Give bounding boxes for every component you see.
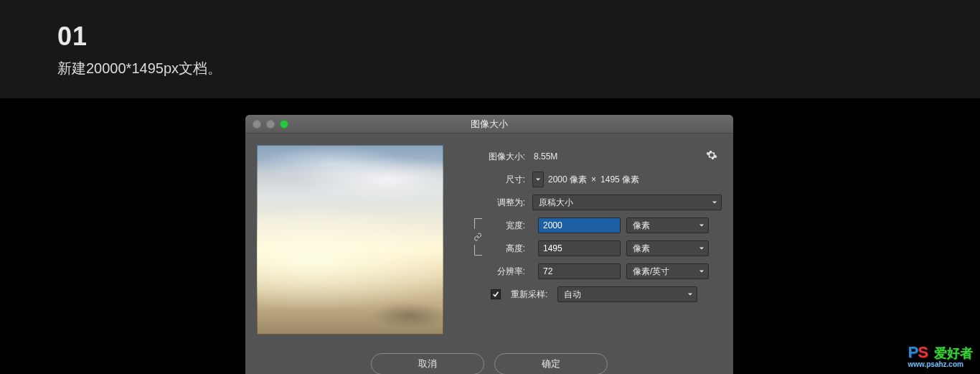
chevron-down-icon xyxy=(687,291,693,297)
chevron-down-icon xyxy=(699,223,705,228)
height-unit-select[interactable]: 像素 xyxy=(626,240,709,256)
window-controls xyxy=(245,120,288,128)
resample-label: 重新采样: xyxy=(511,289,547,301)
image-size-label: 图像大小: xyxy=(471,151,532,163)
fit-to-label: 调整为: xyxy=(471,197,532,209)
minimize-icon[interactable] xyxy=(266,120,275,128)
width-unit-select[interactable]: 像素 xyxy=(626,218,709,233)
link-bracket xyxy=(473,218,483,256)
fit-to-value: 原稿大小 xyxy=(539,197,573,209)
height-label: 高度: xyxy=(492,243,532,255)
watermark: PS 爱好者 www.psahz.com xyxy=(908,343,974,368)
ok-button[interactable]: 确定 xyxy=(494,353,608,374)
image-size-value: 8.55M xyxy=(534,151,557,162)
step-description: 新建20000*1495px文档。 xyxy=(57,59,980,78)
fit-to-select[interactable]: 原稿大小 xyxy=(532,195,722,210)
dimensions-label: 尺寸: xyxy=(471,174,532,186)
chevron-down-icon xyxy=(699,246,705,251)
dialog-titlebar[interactable]: 图像大小 xyxy=(245,115,733,134)
width-input[interactable]: 2000 xyxy=(538,218,621,233)
zoom-icon[interactable] xyxy=(280,120,288,128)
width-unit-value: 像素 xyxy=(633,220,650,232)
dialog-body: 图像大小: 8.55M 尺寸: 2000 像素 × 1495 像素 调整为: 原… xyxy=(245,134,733,346)
resample-checkbox[interactable] xyxy=(491,289,501,299)
dialog-footer: 取消 确定 xyxy=(245,346,733,374)
controls-panel: 图像大小: 8.55M 尺寸: 2000 像素 × 1495 像素 调整为: 原… xyxy=(471,145,722,335)
image-size-dialog: 图像大小 图像大小: 8.55M 尺寸: 2000 像素 × 1495 像素 xyxy=(245,115,733,374)
chevron-down-icon xyxy=(699,268,705,274)
cancel-button[interactable]: 取消 xyxy=(371,353,484,374)
resolution-input[interactable]: 72 xyxy=(538,263,621,279)
resolution-label: 分辨率: xyxy=(471,266,532,278)
watermark-s: S xyxy=(918,343,928,361)
resample-select[interactable]: 自动 xyxy=(557,286,697,302)
image-preview[interactable] xyxy=(257,145,443,335)
gear-icon[interactable] xyxy=(703,146,720,164)
dimensions-unit-dropdown[interactable] xyxy=(532,172,544,187)
step-number: 01 xyxy=(57,22,980,52)
height-input[interactable]: 1495 xyxy=(538,240,621,256)
tutorial-header: 01 新建20000*1495px文档。 xyxy=(0,0,980,98)
watermark-url: www.psahz.com xyxy=(908,360,974,368)
watermark-cn: 爱好者 xyxy=(934,346,973,360)
height-unit-value: 像素 xyxy=(633,243,650,255)
dimensions-height: 1495 像素 xyxy=(600,174,639,186)
dialog-title: 图像大小 xyxy=(245,118,733,131)
close-icon[interactable] xyxy=(253,120,261,128)
resolution-unit-value: 像素/英寸 xyxy=(633,266,669,278)
dimensions-width: 2000 像素 xyxy=(548,174,587,186)
resolution-unit-select[interactable]: 像素/英寸 xyxy=(626,263,709,279)
link-icon[interactable] xyxy=(473,233,482,241)
dimensions-separator: × xyxy=(591,174,596,184)
watermark-p: P xyxy=(908,343,918,361)
chevron-down-icon xyxy=(712,200,717,205)
width-label: 宽度: xyxy=(492,220,532,232)
resample-value: 自动 xyxy=(564,289,581,301)
